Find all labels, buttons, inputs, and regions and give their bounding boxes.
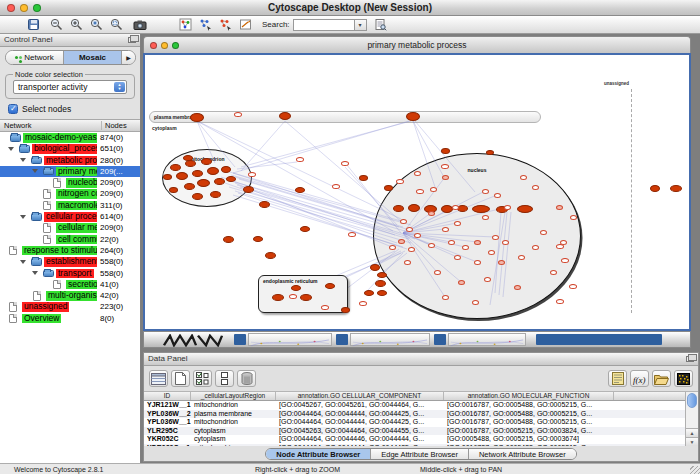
network-node[interactable] bbox=[408, 204, 420, 212]
network-node[interactable] bbox=[234, 112, 242, 117]
attribute-table-button[interactable] bbox=[149, 370, 168, 387]
network-node[interactable] bbox=[428, 211, 435, 216]
network-node[interactable] bbox=[226, 176, 236, 182]
tree-row[interactable]: establishment of lo558(0) bbox=[0, 256, 140, 267]
film-strip-scribble[interactable] bbox=[162, 333, 228, 346]
network-node[interactable] bbox=[300, 294, 312, 301]
tree-row[interactable]: biological_process651(0) bbox=[0, 143, 140, 154]
tree-row[interactable]: nitrogen compo209(0) bbox=[0, 188, 140, 199]
network-node[interactable] bbox=[265, 252, 276, 259]
network-window-titlebar[interactable]: primary metabolic process bbox=[143, 36, 691, 53]
network-node[interactable] bbox=[393, 205, 404, 212]
network-node[interactable] bbox=[430, 187, 437, 192]
close-button[interactable] bbox=[7, 4, 15, 12]
column-header[interactable]: annotation.GO MOLECULAR_FUNCTION bbox=[444, 392, 614, 400]
network-column-header[interactable]: Network bbox=[0, 121, 102, 130]
duplicate-network-red-button[interactable] bbox=[218, 17, 233, 32]
network-node[interactable] bbox=[169, 187, 178, 193]
search-input[interactable] bbox=[293, 19, 355, 31]
network-node[interactable] bbox=[300, 226, 310, 232]
film-strip-thumb[interactable] bbox=[248, 333, 332, 346]
tree-row[interactable]: multi-organism pro42(0) bbox=[0, 290, 140, 301]
table-scrollbar[interactable]: ▲ ▼ bbox=[685, 392, 698, 446]
network-node[interactable] bbox=[248, 172, 256, 177]
network-node[interactable] bbox=[452, 205, 459, 210]
network-node[interactable] bbox=[492, 235, 499, 240]
snapshot-button[interactable] bbox=[132, 17, 147, 32]
network-node[interactable] bbox=[341, 307, 350, 313]
tree-row[interactable]: transport558(0) bbox=[0, 268, 140, 279]
network-node[interactable] bbox=[532, 185, 539, 190]
expand-arrow-icon[interactable] bbox=[32, 169, 38, 173]
duplicate-network-blue-button[interactable] bbox=[198, 17, 213, 32]
table-row[interactable]: YJR121W__1mitochondrion[GO:0045267, GO:0… bbox=[144, 401, 698, 410]
table-row[interactable]: YDR039C__1mitochondrion[GO:0044464, GO:0… bbox=[144, 444, 698, 447]
network-node[interactable] bbox=[296, 157, 304, 162]
network-node[interactable] bbox=[348, 232, 356, 237]
network-node[interactable] bbox=[428, 243, 435, 248]
table-row[interactable]: YLR295Ccytoplasm[GO:0045263, GO:0044464,… bbox=[144, 427, 698, 436]
network-node[interactable] bbox=[482, 215, 489, 220]
network-node[interactable] bbox=[488, 250, 495, 255]
tree-row[interactable]: metabolic process280(0) bbox=[0, 155, 140, 166]
tree-row[interactable]: cell communicat22(0) bbox=[0, 234, 140, 245]
network-node[interactable] bbox=[514, 285, 521, 290]
network-node[interactable] bbox=[670, 185, 682, 192]
network-node[interactable] bbox=[190, 113, 204, 122]
maximize-button[interactable] bbox=[33, 4, 41, 12]
network-canvas[interactable]: plasma membrane cytoplasm mitochondrion … bbox=[143, 53, 691, 331]
network-node[interactable] bbox=[560, 240, 567, 245]
attribute-notes-button[interactable] bbox=[608, 370, 627, 387]
network-node[interactable] bbox=[375, 280, 386, 287]
scroll-down-button[interactable]: ▼ bbox=[686, 437, 698, 446]
network-node[interactable] bbox=[650, 185, 660, 192]
network-node[interactable] bbox=[253, 236, 263, 242]
zoom-selected-button[interactable] bbox=[109, 17, 124, 32]
network-node[interactable] bbox=[359, 301, 367, 306]
network-node[interactable] bbox=[184, 183, 195, 190]
network-node[interactable] bbox=[364, 290, 374, 296]
network-node[interactable] bbox=[389, 245, 396, 250]
network-node[interactable] bbox=[223, 236, 234, 243]
network-node[interactable] bbox=[472, 205, 490, 213]
network-node[interactable] bbox=[321, 305, 329, 310]
expand-arrow-icon[interactable] bbox=[8, 147, 14, 151]
network-node[interactable] bbox=[408, 247, 415, 252]
unselect-attributes-button[interactable] bbox=[215, 370, 234, 387]
network-node[interactable] bbox=[291, 285, 301, 291]
network-node[interactable] bbox=[398, 239, 405, 244]
tree-row[interactable]: primary metabo209(... bbox=[0, 166, 140, 177]
network-node[interactable] bbox=[482, 189, 489, 194]
network-node[interactable] bbox=[192, 170, 203, 177]
network-node[interactable] bbox=[472, 300, 479, 305]
select-nodes-checkbox[interactable] bbox=[8, 104, 18, 114]
column-header[interactable]: _cellularLayoutRegion bbox=[191, 392, 276, 400]
network-node[interactable] bbox=[434, 270, 441, 275]
nodes-column-header[interactable]: Nodes bbox=[102, 121, 140, 130]
network-node[interactable] bbox=[289, 294, 297, 299]
column-header[interactable]: annotation.GO CELLULAR_COMPONENT bbox=[276, 392, 444, 400]
column-header[interactable]: ID bbox=[144, 392, 191, 400]
network-node[interactable] bbox=[384, 185, 393, 191]
network-node[interactable] bbox=[176, 172, 188, 180]
network-node[interactable] bbox=[454, 221, 461, 226]
network-node[interactable] bbox=[214, 178, 225, 185]
network-node[interactable] bbox=[201, 158, 212, 165]
expand-arrow-icon[interactable] bbox=[20, 215, 26, 219]
tab-mosaic[interactable]: Mosaic bbox=[64, 51, 122, 64]
function-builder-button[interactable]: f(x) bbox=[630, 370, 649, 387]
film-strip-thumb[interactable] bbox=[448, 333, 526, 346]
network-node[interactable] bbox=[556, 205, 563, 210]
network-node[interactable] bbox=[259, 201, 270, 208]
zoom-out-button[interactable] bbox=[49, 17, 64, 32]
network-node[interactable] bbox=[325, 283, 335, 289]
tab-edge-attribute-browser[interactable]: Edge Attribute Browser bbox=[371, 449, 469, 459]
network-node[interactable] bbox=[163, 174, 172, 180]
network-node[interactable] bbox=[404, 260, 411, 265]
network-node[interactable] bbox=[170, 164, 181, 171]
network-node[interactable] bbox=[279, 112, 291, 120]
save-session-button[interactable] bbox=[26, 17, 41, 32]
network-minimize-button[interactable] bbox=[161, 42, 168, 49]
network-node[interactable] bbox=[462, 245, 469, 250]
network-node[interactable] bbox=[474, 240, 481, 245]
